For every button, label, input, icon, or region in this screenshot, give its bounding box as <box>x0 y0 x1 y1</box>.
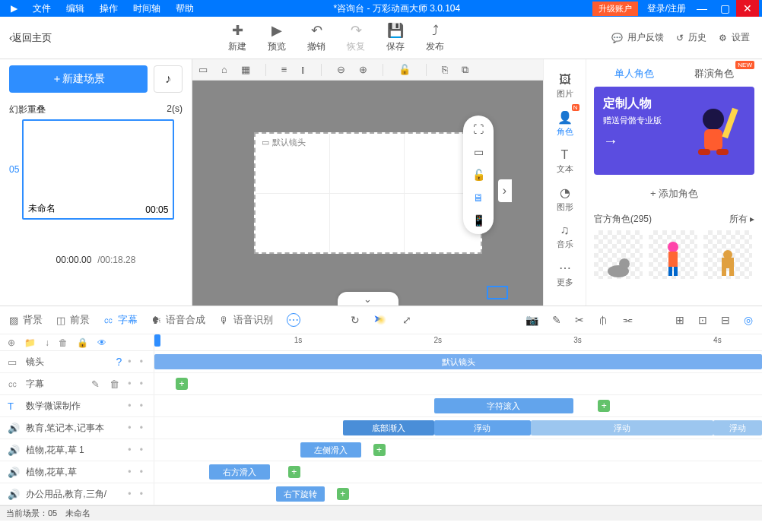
rail-music[interactable]: ♫音乐 <box>557 220 573 253</box>
expand-handle[interactable]: › <box>498 179 512 202</box>
scene-thumbnail[interactable]: 未命名 00:05 <box>22 119 174 220</box>
tl-tts[interactable]: 🗣语音合成 <box>151 313 205 327</box>
timeline-ruler[interactable]: 1s 2s 3s 4s <box>154 334 762 350</box>
record-icon[interactable]: ◎ <box>744 314 753 326</box>
add-character-button[interactable]: + 添加角色 <box>594 187 754 201</box>
home-icon[interactable]: ⌂ <box>221 64 227 75</box>
history-button[interactable]: ↺历史 <box>676 31 706 44</box>
promo-card[interactable]: 定制人物 赠送骨骼专业版 → <box>594 87 754 175</box>
clip-enter[interactable]: 右方滑入 <box>209 464 270 480</box>
tab-single-character[interactable]: 单人角色 <box>614 67 654 81</box>
layers-icon[interactable]: ▭ <box>198 64 208 75</box>
more-options-icon[interactable]: ⋯ <box>287 313 300 327</box>
tl-subtitle[interactable]: ㏄字幕 <box>103 313 138 327</box>
grid-icon[interactable]: ▦ <box>241 64 250 75</box>
edit-subtitle-icon[interactable]: ✎ <box>91 378 103 390</box>
bgm-button[interactable]: ♪ <box>154 65 183 93</box>
zoom-in-icon[interactable]: ⊕ <box>359 64 367 75</box>
clip-float[interactable]: 浮动 <box>713 420 762 435</box>
tl-asr[interactable]: 🎙语音识别 <box>219 313 273 327</box>
canvas-expand-down[interactable]: ⌄ <box>338 292 398 306</box>
move-down-icon[interactable]: ↓ <box>45 337 49 348</box>
align-center-icon[interactable]: ⫿ <box>300 64 306 75</box>
camera-add-icon[interactable]: 📷 <box>525 314 538 326</box>
desktop-icon[interactable]: 🖥 <box>473 192 484 204</box>
add-keyframe-button[interactable]: + <box>288 466 300 478</box>
tl-bg[interactable]: ▨背景 <box>9 313 43 327</box>
character-item[interactable] <box>649 230 697 279</box>
character-item[interactable] <box>594 230 643 279</box>
playhead-cursor-icon[interactable]: ➤ <box>373 312 389 328</box>
rail-character[interactable]: 👤角色 <box>557 107 573 141</box>
cut-icon[interactable]: ✂ <box>575 314 584 326</box>
menu-timeline[interactable]: 时间轴 <box>125 2 168 15</box>
clip-enter[interactable]: 底部渐入 <box>343 420 434 435</box>
edit-icon[interactable]: ✎ <box>552 314 561 326</box>
clip-enter[interactable]: 左侧滑入 <box>300 442 361 458</box>
clip-enter[interactable]: 右下旋转 <box>276 486 325 502</box>
add-keyframe-button[interactable]: + <box>598 400 610 412</box>
visibility-icon[interactable]: 👁 <box>97 337 106 348</box>
menu-file[interactable]: 文件 <box>25 2 59 15</box>
maximize-button[interactable]: ▢ <box>713 0 736 17</box>
new-button[interactable]: ✚新建 <box>228 22 246 53</box>
menu-help[interactable]: 帮助 <box>168 2 202 15</box>
zoom-fit-timeline-icon[interactable]: ⊡ <box>698 314 707 326</box>
login-button[interactable]: 登录/注册 <box>643 2 691 15</box>
canvas-camera-frame[interactable]: ▭默认镜头 <box>254 132 482 254</box>
lock-tracks-icon[interactable]: 🔒 <box>77 337 88 348</box>
preview-button[interactable]: ▶预览 <box>268 22 286 53</box>
magnet-icon[interactable]: ⫘ <box>622 314 633 326</box>
minimize-button[interactable]: — <box>691 0 713 17</box>
rail-text[interactable]: T文本 <box>557 145 573 178</box>
align-icon[interactable]: ≡ <box>281 64 287 75</box>
filter-all[interactable]: 所有 ▸ <box>729 213 754 226</box>
fullscreen-icon[interactable]: ⛶ <box>473 123 484 135</box>
undo-button[interactable]: ↶撤销 <box>307 22 325 53</box>
camera-clip[interactable]: 默认镜头 <box>154 354 762 369</box>
paste-icon[interactable]: ⧉ <box>462 64 468 76</box>
delete-icon[interactable]: 🗑 <box>59 337 68 348</box>
upgrade-button[interactable]: 升级账户 <box>592 2 638 16</box>
rewind-icon[interactable]: ↻ <box>351 314 360 326</box>
menu-edit[interactable]: 编辑 <box>59 2 92 15</box>
help-icon[interactable]: ? <box>116 356 122 368</box>
clip-float[interactable]: 浮动 <box>531 420 713 435</box>
folder-add-icon[interactable]: 📁 <box>24 337 36 348</box>
back-home-button[interactable]: ‹ 返回主页 <box>0 31 61 45</box>
publish-button[interactable]: ⤴发布 <box>426 22 444 53</box>
rail-image[interactable]: 🖼图片 <box>557 70 573 103</box>
menu-action[interactable]: 操作 <box>92 2 125 15</box>
delete-subtitle-icon[interactable]: 🗑 <box>110 378 122 390</box>
rail-more[interactable]: ⋯更多 <box>557 258 573 291</box>
tab-crowd-character[interactable]: 群演角色 <box>694 67 734 81</box>
zoom-out-timeline-icon[interactable]: ⊟ <box>721 314 730 326</box>
character-item[interactable] <box>703 230 752 279</box>
lock-icon[interactable]: 🔓 <box>398 64 411 75</box>
save-button[interactable]: 💾保存 <box>386 22 405 53</box>
clip-float[interactable]: 浮动 <box>434 420 532 435</box>
bg-icon: ▨ <box>9 315 18 326</box>
close-button[interactable]: ✕ <box>736 0 759 17</box>
filter-icon[interactable]: ⫛ <box>598 314 608 326</box>
minimap[interactable] <box>487 286 508 299</box>
playhead[interactable] <box>154 334 160 347</box>
copy-icon[interactable]: ⎘ <box>442 64 448 75</box>
redo-button[interactable]: ↷恢复 <box>347 22 365 53</box>
phone-icon[interactable]: 📱 <box>472 214 485 226</box>
expand-icon[interactable]: ⤢ <box>402 314 411 326</box>
tablet-landscape-icon[interactable]: ▭ <box>474 146 484 158</box>
settings-button[interactable]: ⚙设置 <box>719 31 750 44</box>
rail-shape[interactable]: ◔图形 <box>557 182 573 216</box>
zoom-in-timeline-icon[interactable]: ⊞ <box>675 314 684 326</box>
unlock-icon[interactable]: 🔓 <box>472 169 485 181</box>
tl-fg[interactable]: ◫前景 <box>56 313 90 327</box>
add-keyframe-button[interactable]: + <box>176 378 188 390</box>
new-scene-button[interactable]: ＋ 新建场景 <box>9 65 148 93</box>
feedback-button[interactable]: 💬用户反馈 <box>611 31 664 44</box>
add-track-icon[interactable]: ⊕ <box>8 337 15 348</box>
add-keyframe-button[interactable]: + <box>337 488 349 500</box>
zoom-out-icon[interactable]: ⊖ <box>337 64 345 75</box>
text-clip[interactable]: 字符滚入 <box>434 398 574 413</box>
add-keyframe-button[interactable]: + <box>373 444 386 456</box>
